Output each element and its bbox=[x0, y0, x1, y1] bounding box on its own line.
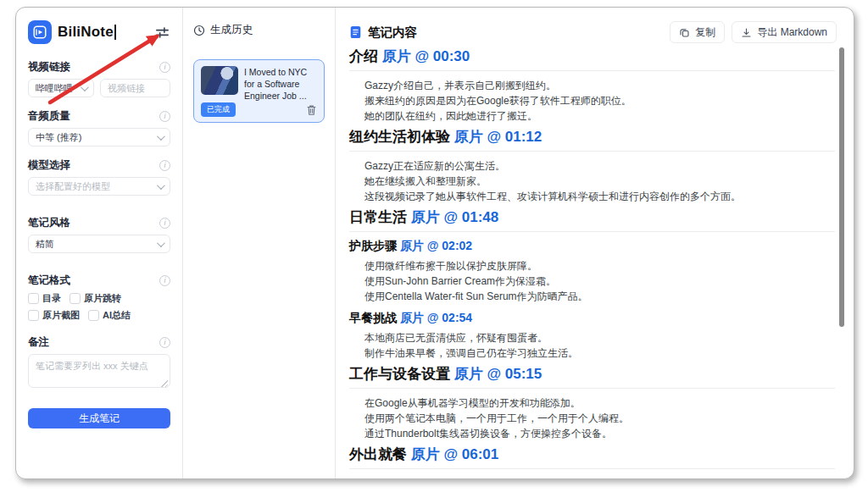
history-panel: 生成历史 I Moved to NYC for a Software Engin… bbox=[183, 8, 336, 478]
origin-video-link[interactable]: 原片 bbox=[382, 48, 411, 64]
note-header: 笔记内容 复制 导出 Markdown bbox=[349, 21, 837, 43]
note-paragraph: 使用微纤维布擦干脸以保护皮肤屏障。 bbox=[349, 258, 835, 274]
section-title: 护肤步骤 bbox=[349, 239, 400, 252]
note-content-panel: 笔记内容 复制 导出 Markdown 介绍 原片 @ 00:30Gazzy bbox=[336, 8, 854, 478]
audio-quality-value: 中等 (推荐) bbox=[36, 131, 81, 144]
note-paragraph: Gazzy正在适应新的公寓生活。 bbox=[349, 158, 835, 174]
checkbox-option-3[interactable]: AI总结 bbox=[88, 309, 131, 322]
origin-video-link[interactable]: 原片 bbox=[411, 209, 440, 225]
note-paragraph: 她在继续搬入和整理新家。 bbox=[349, 174, 835, 189]
history-title: 生成历史 bbox=[210, 23, 253, 37]
video-thumbnail bbox=[201, 66, 238, 95]
note-paragraph: 在Google从事机器学习模型的开发和功能添加。 bbox=[349, 395, 835, 411]
note-paragraph: 使用两个笔记本电脑，一个用于工作，一个用于个人编程。 bbox=[349, 411, 835, 426]
section-heading: 纽约生活初体验 原片 @ 01:12 bbox=[349, 129, 835, 152]
status-badge: 已完成 bbox=[201, 102, 236, 117]
remark-group: 备注 i bbox=[28, 335, 170, 391]
checkbox-box[interactable] bbox=[70, 293, 81, 304]
note-paragraph: 搬来纽约的原因是因为在Google获得了软件工程师的职位。 bbox=[349, 93, 835, 108]
note-paragraph: 这段视频记录了她从事软件工程、攻读计算机科学硕士和进行内容创作的多个方面。 bbox=[349, 189, 835, 204]
origin-video-link[interactable]: 原片 bbox=[454, 129, 483, 145]
note-paragraph: 使用Sun-John Barrier Cream作为保湿霜。 bbox=[349, 274, 835, 289]
platform-select[interactable]: 哔哩哔哩 bbox=[28, 79, 94, 97]
note-paragraph: 通过Thunderbolt集线器切换设备，方便操控多个设备。 bbox=[349, 426, 835, 441]
app-title: BiliNote bbox=[58, 24, 114, 41]
checkbox-label: AI总结 bbox=[103, 309, 131, 322]
timestamp-link[interactable]: @ 02:02 bbox=[424, 239, 472, 252]
note-paragraph: Gazzy介绍自己，并表示自己刚搬到纽约。 bbox=[349, 78, 835, 93]
info-icon[interactable]: i bbox=[159, 62, 170, 73]
generate-notes-button[interactable]: 生成笔记 bbox=[28, 408, 170, 428]
checkbox-option-0[interactable]: 目录 bbox=[28, 292, 61, 305]
export-markdown-label: 导出 Markdown bbox=[757, 25, 827, 40]
download-icon bbox=[741, 27, 752, 38]
checkbox-box[interactable] bbox=[28, 293, 39, 304]
logo-row: BiliNote bbox=[28, 19, 170, 45]
timestamp-link[interactable]: @ 00:30 bbox=[411, 48, 470, 64]
checkbox-label: 目录 bbox=[42, 292, 61, 305]
note-format-group: 笔记格式 i 目录原片跳转原片截图AI总结 bbox=[28, 274, 170, 322]
bilinote-logo-icon bbox=[28, 20, 52, 44]
export-markdown-button[interactable]: 导出 Markdown bbox=[732, 21, 837, 43]
section-heading: 早餐挑战 原片 @ 02:54 bbox=[349, 311, 835, 324]
note-style-label: 笔记风格 bbox=[28, 216, 70, 230]
origin-video-link[interactable]: 原片 bbox=[400, 239, 424, 252]
origin-video-link[interactable]: 原片 bbox=[454, 366, 483, 382]
origin-video-link[interactable]: 原片 bbox=[400, 311, 424, 324]
info-icon[interactable]: i bbox=[159, 337, 170, 348]
timestamp-link[interactable]: @ 01:48 bbox=[440, 209, 499, 225]
checkbox-option-2[interactable]: 原片截图 bbox=[28, 309, 80, 322]
note-paragraph: 制作牛油果早餐，强调自己仍在学习独立生活。 bbox=[349, 346, 835, 361]
audio-quality-label: 音频质量 bbox=[28, 109, 70, 124]
audio-quality-select[interactable]: 中等 (推荐) bbox=[28, 128, 170, 146]
copy-icon bbox=[679, 27, 690, 38]
section-title: 日常生活 bbox=[349, 209, 411, 225]
chevron-down-icon bbox=[157, 181, 165, 190]
settings-sidebar: BiliNote 视频链接 i 哔哩哔哩 bbox=[16, 8, 183, 478]
section-heading: 工作与设备设置 原片 @ 05:15 bbox=[349, 366, 835, 389]
platform-value: 哔哩哔哩 bbox=[36, 82, 73, 95]
section-title: 外出就餐 bbox=[349, 446, 411, 462]
note-format-options: 目录原片跳转原片截图AI总结 bbox=[28, 292, 170, 322]
origin-video-link[interactable]: 原片 bbox=[411, 446, 440, 462]
timestamp-link[interactable]: @ 02:54 bbox=[424, 311, 472, 324]
checkbox-label: 原片截图 bbox=[42, 309, 80, 322]
info-icon[interactable]: i bbox=[159, 160, 170, 171]
section-heading: 护肤步骤 原片 @ 02:02 bbox=[349, 239, 835, 252]
note-content-title: 笔记内容 bbox=[368, 25, 417, 41]
copy-button[interactable]: 复制 bbox=[670, 21, 725, 43]
timestamp-link[interactable]: @ 01:12 bbox=[483, 129, 542, 145]
note-style-select[interactable]: 精简 bbox=[28, 235, 170, 253]
video-link-group: 视频链接 i 哔哩哔哩 bbox=[28, 60, 170, 97]
history-header: 生成历史 bbox=[193, 23, 325, 37]
resize-grip[interactable] bbox=[160, 379, 168, 387]
history-item-title: I Moved to NYC for a Software Engineer J… bbox=[244, 66, 317, 102]
info-icon[interactable]: i bbox=[159, 275, 170, 286]
section-title: 介绍 bbox=[349, 48, 382, 64]
app-window: BiliNote 视频链接 i 哔哩哔哩 bbox=[15, 7, 854, 479]
timestamp-link[interactable]: @ 05:15 bbox=[483, 366, 542, 382]
history-list: I Moved to NYC for a Software Engineer J… bbox=[193, 59, 325, 123]
model-select[interactable]: 选择配置好的模型 bbox=[28, 177, 170, 196]
note-format-label: 笔记格式 bbox=[28, 274, 70, 288]
note-paragraph: 使用Centella Water-fit Sun Serum作为防晒产品。 bbox=[349, 289, 835, 304]
history-card[interactable]: I Moved to NYC for a Software Engineer J… bbox=[193, 59, 325, 123]
text-caret bbox=[114, 25, 116, 40]
checkbox-option-1[interactable]: 原片跳转 bbox=[70, 292, 121, 305]
audio-quality-group: 音频质量 i 中等 (推荐) bbox=[28, 109, 170, 146]
timestamp-link[interactable]: @ 06:01 bbox=[440, 446, 499, 462]
section-heading: 外出就餐 原片 @ 06:01 bbox=[349, 446, 835, 469]
section-title: 纽约生活初体验 bbox=[349, 129, 454, 145]
model-select-label: 模型选择 bbox=[28, 158, 70, 173]
settings-sliders-icon[interactable] bbox=[154, 25, 170, 41]
note-paragraph: 本地商店已无蛋清供应，怀疑有囤蛋者。 bbox=[349, 330, 835, 346]
section-heading: 日常生活 原片 @ 01:48 bbox=[349, 209, 835, 232]
checkbox-box[interactable] bbox=[28, 310, 39, 321]
remark-textarea[interactable] bbox=[28, 354, 170, 388]
info-icon[interactable]: i bbox=[159, 111, 170, 122]
video-url-input[interactable] bbox=[100, 79, 170, 97]
vertical-scrollbar[interactable] bbox=[839, 47, 844, 327]
trash-icon[interactable] bbox=[306, 104, 317, 116]
checkbox-box[interactable] bbox=[88, 310, 99, 321]
info-icon[interactable]: i bbox=[159, 218, 170, 229]
